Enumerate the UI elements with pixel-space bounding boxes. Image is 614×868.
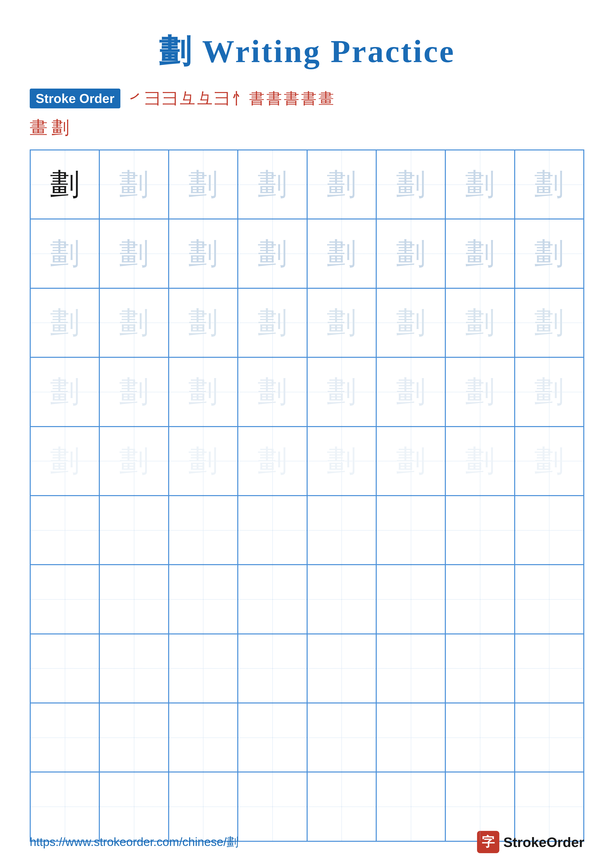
practice-char: 劃 bbox=[50, 441, 80, 481]
stroke-2: ⺕ bbox=[145, 88, 160, 109]
grid-cell bbox=[238, 496, 307, 565]
grid-cell bbox=[238, 634, 307, 703]
grid-cell: 劃 bbox=[238, 150, 307, 219]
practice-char: 劃 bbox=[258, 372, 287, 412]
grid-row-5: 劃 劃 劃 劃 劃 劃 劃 劃 bbox=[30, 426, 584, 496]
grid-cell: 劃 bbox=[99, 150, 168, 219]
stroke-6: ⺕ bbox=[215, 88, 230, 109]
grid-cell bbox=[99, 634, 168, 703]
grid-row-1: 劃 劃 劃 劃 劃 劃 劃 劃 bbox=[30, 150, 584, 219]
grid-row-8 bbox=[30, 634, 584, 703]
practice-char: 劃 bbox=[327, 234, 356, 274]
grid-cell: 劃 bbox=[307, 150, 376, 219]
practice-char: 劃 bbox=[396, 234, 426, 274]
grid-cell bbox=[515, 634, 584, 703]
grid-cell: 劃 bbox=[307, 219, 376, 288]
grid-cell bbox=[445, 565, 515, 634]
grid-cell: 劃 bbox=[169, 150, 238, 219]
grid-cell: 劃 bbox=[515, 357, 584, 426]
page-title: 劃 Writing Practice bbox=[159, 30, 455, 73]
grid-cell: 劃 bbox=[169, 288, 238, 357]
grid-cell: 劃 bbox=[515, 150, 584, 219]
stroke-5: ⺔ bbox=[197, 88, 213, 109]
practice-char: 劃 bbox=[119, 302, 149, 343]
practice-char: 劃 bbox=[465, 372, 495, 412]
grid-cell bbox=[30, 703, 99, 772]
grid-cell: 劃 bbox=[30, 426, 99, 496]
practice-char: 劃 bbox=[188, 302, 218, 343]
grid-cell: 劃 bbox=[376, 357, 445, 426]
practice-char: 劃 bbox=[534, 234, 564, 274]
practice-char: 劃 bbox=[119, 372, 149, 412]
grid-row-7 bbox=[30, 565, 584, 634]
grid-cell bbox=[307, 565, 376, 634]
grid-cell: 劃 bbox=[515, 288, 584, 357]
grid-cell bbox=[30, 565, 99, 634]
footer-logo: 字 StrokeOrder bbox=[477, 831, 584, 853]
grid-cell: 劃 bbox=[376, 288, 445, 357]
grid-cell: 劃 bbox=[445, 426, 515, 496]
grid-cell: 劃 bbox=[307, 288, 376, 357]
grid-cell: 劃 bbox=[99, 219, 168, 288]
grid-cell bbox=[238, 565, 307, 634]
grid-cell bbox=[515, 496, 584, 565]
stroke-3: 彐 bbox=[162, 88, 178, 109]
grid-cell bbox=[99, 565, 168, 634]
grid-cell: 劃 bbox=[307, 426, 376, 496]
grid-cell: 劃 bbox=[30, 357, 99, 426]
title-char: 劃 bbox=[159, 33, 193, 69]
grid-cell: 劃 bbox=[169, 426, 238, 496]
grid-cell: 劃 bbox=[238, 426, 307, 496]
stroke-7: ⺖ bbox=[232, 88, 247, 109]
practice-char: 劃 bbox=[258, 441, 287, 481]
grid-cell: 劃 bbox=[238, 219, 307, 288]
grid-cell: 劃 bbox=[169, 219, 238, 288]
practice-char: 劃 bbox=[465, 234, 495, 274]
grid-cell bbox=[445, 634, 515, 703]
title-text: Writing Practice bbox=[193, 33, 455, 69]
grid-row-9 bbox=[30, 703, 584, 772]
grid-cell: 劃 bbox=[445, 288, 515, 357]
grid-cell bbox=[169, 634, 238, 703]
grid-row-3: 劃 劃 劃 劃 劃 劃 劃 劃 bbox=[30, 288, 584, 357]
practice-char: 劃 bbox=[465, 164, 495, 205]
grid-cell: 劃 bbox=[99, 288, 168, 357]
grid-cell bbox=[169, 565, 238, 634]
practice-char: 劃 bbox=[534, 372, 564, 412]
practice-char: 劃 bbox=[258, 164, 287, 205]
grid-cell: 劃 bbox=[445, 357, 515, 426]
grid-cell bbox=[445, 496, 515, 565]
grid-cell: 劃 bbox=[99, 426, 168, 496]
grid-cell: 劃 bbox=[515, 426, 584, 496]
practice-char: 劃 bbox=[534, 441, 564, 481]
practice-char: 劃 bbox=[534, 164, 564, 205]
logo-text: StrokeOrder bbox=[503, 834, 584, 850]
grid-cell: 劃 bbox=[515, 219, 584, 288]
practice-char: 劃 bbox=[258, 302, 287, 343]
grid-cell: 劃 bbox=[30, 150, 99, 219]
grid-cell bbox=[238, 703, 307, 772]
grid-cell: 劃 bbox=[30, 219, 99, 288]
grid-cell: 劃 bbox=[376, 150, 445, 219]
stroke-14: 劃 bbox=[51, 116, 69, 140]
grid-cell bbox=[376, 634, 445, 703]
practice-char: 劃 bbox=[465, 302, 495, 343]
grid-cell: 劃 bbox=[376, 426, 445, 496]
grid-cell bbox=[169, 703, 238, 772]
grid-cell bbox=[30, 634, 99, 703]
grid-cell: 劃 bbox=[376, 219, 445, 288]
stroke-1: ㇒ bbox=[128, 88, 143, 109]
grid-row-2: 劃 劃 劃 劃 劃 劃 劃 劃 bbox=[30, 219, 584, 288]
practice-char: 劃 bbox=[396, 164, 426, 205]
practice-char: 劃 bbox=[534, 302, 564, 343]
grid-row-4: 劃 劃 劃 劃 劃 劃 劃 劃 bbox=[30, 357, 584, 426]
grid-cell bbox=[376, 703, 445, 772]
grid-cell bbox=[307, 703, 376, 772]
practice-char: 劃 bbox=[188, 372, 218, 412]
grid-cell bbox=[30, 496, 99, 565]
practice-char: 劃 bbox=[327, 441, 356, 481]
grid-cell bbox=[99, 703, 168, 772]
logo-char: 字 bbox=[482, 833, 494, 851]
stroke-9: 書 bbox=[266, 88, 282, 109]
grid-cell bbox=[99, 496, 168, 565]
